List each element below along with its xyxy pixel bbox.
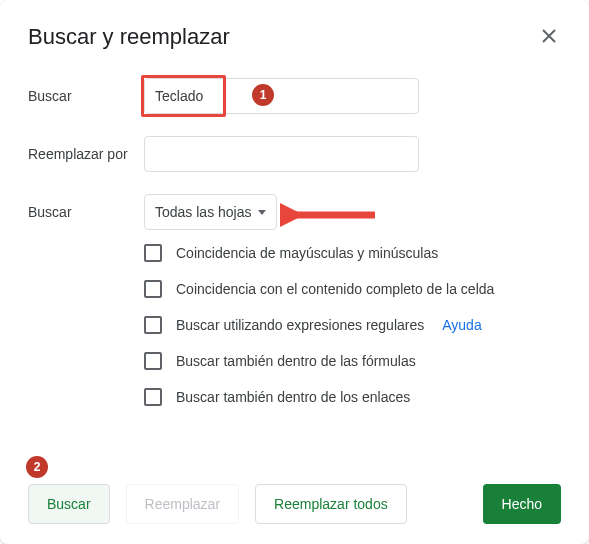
checkbox-formulas[interactable]: [144, 352, 162, 370]
scope-label: Buscar: [28, 204, 144, 220]
dialog-title: Buscar y reemplazar: [28, 24, 230, 50]
checkbox-entire-cell[interactable]: [144, 280, 162, 298]
search-label: Buscar: [28, 88, 144, 104]
option-label: Coincidencia de mayúsculas y minúsculas: [176, 245, 438, 261]
checkbox-regex[interactable]: [144, 316, 162, 334]
checkbox-match-case[interactable]: [144, 244, 162, 262]
option-label: Coincidencia con el contenido completo d…: [176, 281, 494, 297]
find-replace-dialog: Buscar y reemplazar Buscar Reemplazar po…: [0, 0, 589, 544]
titlebar: Buscar y reemplazar: [28, 24, 561, 50]
close-icon: [542, 29, 556, 46]
replace-all-button-label: Reemplazar todos: [274, 496, 388, 512]
option-label: Buscar utilizando expresiones regulares: [176, 317, 424, 333]
done-button-label: Hecho: [502, 496, 542, 512]
find-button-label: Buscar: [47, 496, 91, 512]
option-entire-cell: Coincidencia con el contenido completo d…: [144, 280, 561, 298]
find-button[interactable]: Buscar: [28, 484, 110, 524]
replace-row: Reemplazar por: [28, 136, 561, 172]
done-button[interactable]: Hecho: [483, 484, 561, 524]
scope-row: Buscar Todas las hojas: [28, 194, 561, 230]
close-button[interactable]: [537, 25, 561, 49]
replace-button[interactable]: Reemplazar: [126, 484, 239, 524]
replace-all-button[interactable]: Reemplazar todos: [255, 484, 407, 524]
scope-value: Todas las hojas: [155, 204, 252, 220]
search-input[interactable]: [144, 78, 419, 114]
chevron-down-icon: [258, 210, 266, 215]
option-formulas: Buscar también dentro de las fórmulas: [144, 352, 561, 370]
scope-select[interactable]: Todas las hojas: [144, 194, 277, 230]
replace-label: Reemplazar por: [28, 146, 144, 162]
replace-button-label: Reemplazar: [145, 496, 220, 512]
option-label: Buscar también dentro de los enlaces: [176, 389, 410, 405]
option-links: Buscar también dentro de los enlaces: [144, 388, 561, 406]
option-match-case: Coincidencia de mayúsculas y minúsculas: [144, 244, 561, 262]
checkbox-links[interactable]: [144, 388, 162, 406]
options-group: Coincidencia de mayúsculas y minúsculas …: [144, 244, 561, 406]
dialog-footer: Buscar Reemplazar Reemplazar todos Hecho: [0, 484, 589, 524]
search-field-wrap: [144, 78, 419, 114]
search-row: Buscar: [28, 78, 561, 114]
annotation-badge-1: 1: [252, 84, 274, 106]
replace-input[interactable]: [144, 136, 419, 172]
annotation-badge-2: 2: [26, 456, 48, 478]
option-label: Buscar también dentro de las fórmulas: [176, 353, 416, 369]
help-link[interactable]: Ayuda: [442, 317, 481, 333]
option-regex: Buscar utilizando expresiones regulares …: [144, 316, 561, 334]
